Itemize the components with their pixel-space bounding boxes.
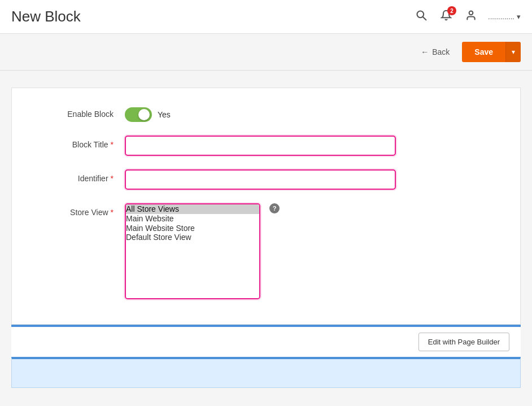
identifier-label: Identifier* <box>29 169 125 183</box>
block-title-row: Block Title* <box>29 136 503 156</box>
page-title: New Block <box>11 8 81 25</box>
notification-badge: 2 <box>447 6 456 15</box>
block-title-label: Block Title* <box>29 136 125 149</box>
dropdown-arrow-icon: ▾ <box>517 12 521 21</box>
header: New Block 2 <box>0 0 532 34</box>
header-actions: 2 ............. ▾ <box>413 7 521 26</box>
save-dropdown-arrow-icon: ▾ <box>512 48 515 56</box>
store-view-select-box[interactable]: All Store Views Main Website Main Websit… <box>125 203 260 299</box>
user-avatar-button[interactable] <box>463 7 479 26</box>
store-view-option-default-store-view[interactable]: Default Store View <box>126 233 259 242</box>
identifier-input[interactable] <box>125 169 396 190</box>
form-section: Enable Block Yes Block Title* <box>11 88 521 325</box>
block-title-wrap <box>125 136 396 156</box>
identifier-row: Identifier* <box>29 169 503 190</box>
svg-line-1 <box>423 17 426 20</box>
save-group: Save ▾ <box>462 42 521 62</box>
enable-block-control: Yes <box>125 105 171 122</box>
content-editor-area[interactable] <box>11 357 521 388</box>
back-label: Back <box>432 47 450 56</box>
save-dropdown-button[interactable]: ▾ <box>505 42 521 62</box>
toggle-slider <box>125 107 152 122</box>
identifier-required: * <box>111 174 114 183</box>
save-button[interactable]: Save <box>462 42 505 62</box>
edit-with-page-builder-button[interactable]: Edit with Page Builder <box>418 333 509 351</box>
toolbar: ← Back Save ▾ <box>0 34 532 71</box>
store-view-option-main-website-store[interactable]: Main Website Store <box>126 224 259 233</box>
store-view-label: Store View* <box>29 203 125 217</box>
bottom-bar: Edit with Page Builder <box>11 325 521 357</box>
store-view-row: Store View* All Store Views Main Website… <box>29 203 503 299</box>
store-view-control: All Store Views Main Website Main Websit… <box>125 203 280 299</box>
block-title-input[interactable] <box>125 136 396 156</box>
back-button[interactable]: ← Back <box>413 43 457 61</box>
enable-block-value: Yes <box>158 110 171 119</box>
back-arrow-icon: ← <box>421 47 429 56</box>
user-name-button[interactable]: ............. ▾ <box>488 12 521 21</box>
block-title-required: * <box>111 140 114 149</box>
store-view-help-icon[interactable]: ? <box>269 203 280 213</box>
user-name-text: ............. <box>488 12 514 21</box>
enable-block-row: Enable Block Yes <box>29 105 503 122</box>
user-icon <box>465 10 477 21</box>
store-view-option-all[interactable]: All Store Views <box>126 204 259 214</box>
search-button[interactable] <box>413 7 429 26</box>
search-icon <box>416 10 427 21</box>
identifier-wrap <box>125 169 396 190</box>
store-view-option-main-website[interactable]: Main Website <box>126 214 259 224</box>
svg-point-2 <box>469 11 473 15</box>
store-view-select[interactable]: All Store Views Main Website Main Websit… <box>126 204 259 298</box>
main-content: Enable Block Yes Block Title* <box>0 71 532 388</box>
enable-block-toggle[interactable] <box>125 107 152 122</box>
notification-button[interactable]: 2 <box>438 7 454 26</box>
store-view-required: * <box>111 208 114 217</box>
enable-block-label: Enable Block <box>29 105 125 119</box>
